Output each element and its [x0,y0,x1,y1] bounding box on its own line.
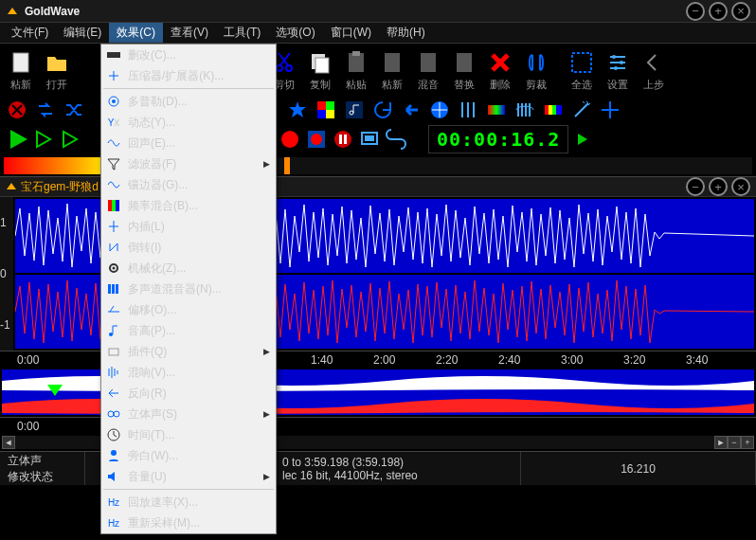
scroll-left-button[interactable]: ◄ [2,436,15,449]
menu-freqblend[interactable]: 频率混合(B)... [101,195,276,216]
record-pause-button[interactable] [332,128,354,151]
swap-icon[interactable] [34,99,57,121]
delete-button[interactable]: 删除 [483,47,517,93]
copy-button[interactable]: 复制 [303,47,337,93]
minimize-button[interactable]: − [686,2,705,21]
menubar: 文件(F) 编辑(E) 效果(C) 查看(V) 工具(T) 选项(O) 窗口(W… [0,23,756,44]
svg-rect-9 [457,53,472,72]
link-icon[interactable] [385,128,407,151]
wand-icon[interactable] [570,99,593,121]
menu-dynamics[interactable]: Yx动态(Y)... [101,112,276,133]
gate-icon[interactable] [513,99,536,121]
monitor-icon[interactable] [358,128,381,151]
doc-close-button[interactable]: × [731,177,750,196]
maximize-button[interactable]: + [709,2,728,21]
svg-point-12 [620,61,623,64]
menu-window[interactable]: 窗口(W) [323,23,379,43]
menu-censor[interactable]: 删改(C)... [101,45,276,65]
scroll-right-button[interactable]: ► [714,436,728,449]
menu-pitch[interactable]: 音高(P)... [101,320,276,341]
stop-icon[interactable] [6,99,28,121]
menu-offset[interactable]: 偏移(O)... [101,299,276,320]
play-alt-button[interactable] [32,128,55,151]
svg-rect-42 [112,200,116,211]
menu-tool[interactable]: 工具(T) [216,23,268,43]
paste-new-button[interactable]: 粘新 [4,47,38,93]
shuffle-icon[interactable] [63,99,85,121]
reverse-icon [105,385,122,402]
mix-button[interactable]: 混音 [411,47,445,93]
record-square-button[interactable] [305,128,328,151]
play-indicator-icon [572,128,595,151]
voiceover-icon [105,447,122,464]
svg-rect-32 [344,135,347,144]
menu-help[interactable]: 帮助(H) [379,23,433,43]
stereo-icon [105,405,122,423]
select-all-button[interactable]: 全选 [565,47,599,93]
color-grid-icon[interactable] [315,99,337,121]
settings-button[interactable]: 设置 [601,47,635,93]
menu-echo[interactable]: 回声(E)... [101,133,276,153]
doc-minimize-button[interactable]: − [686,177,705,196]
paste-button[interactable]: 粘贴 [339,47,373,93]
menu-edit[interactable]: 编辑(E) [56,23,109,43]
menu-time[interactable]: 时间(T)... [101,424,276,445]
menu-reverb[interactable]: 混响(V)... [101,362,276,383]
svg-point-54 [111,450,117,456]
paste-new2-button[interactable]: 粘新 [375,47,409,93]
svg-rect-18 [326,110,334,118]
menu-flanger[interactable]: 镶边器(G)... [101,174,276,195]
note-icon[interactable] [343,99,366,121]
svg-point-30 [334,131,351,148]
menu-doppler[interactable]: 多普勒(D)... [101,91,276,112]
submenu-arrow-icon: ▶ [263,472,270,481]
svg-point-1 [277,65,282,71]
zoom-in-button[interactable]: + [741,436,754,449]
app-logo-icon [6,5,19,18]
titlebar: GoldWave − + × [0,0,756,23]
open-button[interactable]: 打开 [40,47,74,93]
menu-filter[interactable]: 滤波器(F)▶ [101,153,276,174]
compass-icon[interactable] [428,99,451,121]
menu-interpolate[interactable]: 内插(L) [101,216,276,237]
sliders-icon[interactable] [457,99,479,121]
svg-point-27 [281,131,298,148]
menu-view[interactable]: 查看(V) [163,23,216,43]
svg-rect-17 [317,110,326,118]
menu-volume[interactable]: 音量(U)▶ [101,466,276,487]
svg-rect-7 [385,53,400,72]
svg-rect-47 [112,284,115,294]
doc-maximize-button[interactable]: + [709,177,728,196]
play-alt2-button[interactable] [59,128,81,151]
spectrum-icon[interactable] [485,99,508,121]
trim-button[interactable]: 剪裁 [519,47,553,93]
menu-reverse[interactable]: 反向(R) [101,383,276,404]
prev-button[interactable]: 上步 [637,47,671,93]
play-button[interactable] [6,128,28,151]
menu-effect[interactable]: 效果(C) [109,23,163,43]
menu-file[interactable]: 文件(F) [4,23,56,43]
replace-button[interactable]: 替换 [447,47,481,93]
close-button[interactable]: × [731,2,750,21]
menu-compressor[interactable]: 压缩器/扩展器(K)... [101,65,276,86]
menu-resample[interactable]: Hz重新采样(M)... [101,513,276,533]
back-arrow-icon[interactable] [400,99,423,121]
menu-stereo[interactable]: 立体声(S)▶ [101,404,276,424]
rainbow-icon[interactable] [542,99,565,121]
multimix-icon [105,280,122,297]
status-range: 0 to 3:59.198 (3:59.198) lec 16 bit, 441… [275,452,521,485]
menu-invert[interactable]: 倒转(I) [101,237,276,258]
menu-options[interactable]: 选项(O) [268,23,322,43]
menu-multimix[interactable]: 多声道混音器(N)... [101,279,276,299]
interpolate-icon [105,218,122,235]
menu-voiceover[interactable]: 旁白(W)... [101,445,276,466]
menu-playback-rate[interactable]: Hz回放速率(X)... [101,492,276,513]
zoom-out-button[interactable]: − [728,436,741,449]
star-icon[interactable] [286,99,309,121]
menu-mechanize[interactable]: 机械化(Z)... [101,258,276,279]
record-button[interactable] [279,128,301,151]
refresh-icon[interactable] [371,99,394,121]
vert-ruler: 10-1 [0,197,13,351]
crosshair-icon[interactable] [599,99,621,121]
svg-rect-10 [572,53,591,72]
